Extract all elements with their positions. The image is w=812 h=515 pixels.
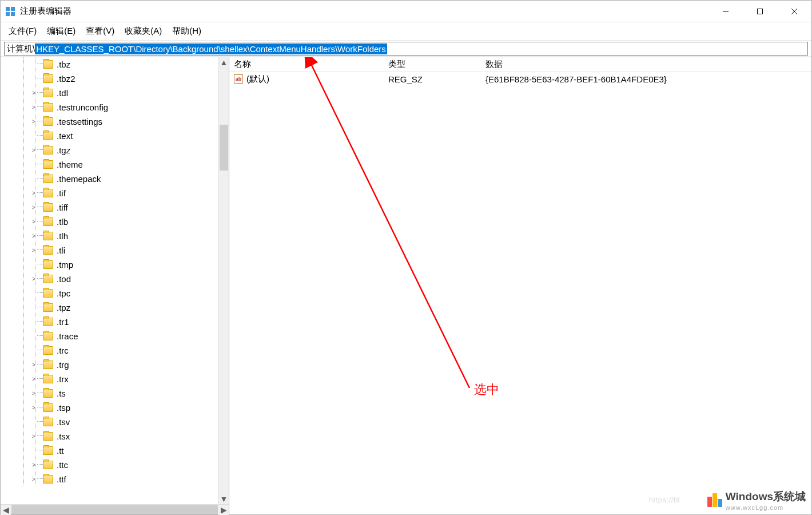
scroll-thumb-vertical[interactable]	[220, 125, 228, 171]
column-header-data[interactable]: 数据	[481, 57, 811, 72]
tree-item-label: .tpc	[57, 288, 70, 298]
tree-item[interactable]: .tbz	[1, 57, 229, 72]
tree-vertical-scrollbar[interactable]: ▲ ▼	[218, 57, 229, 504]
tree-expander-icon[interactable]: >	[30, 376, 37, 382]
tree-expander-icon[interactable]: >	[30, 390, 37, 397]
minimize-button[interactable]	[708, 1, 743, 22]
scroll-right-button[interactable]: ▶	[218, 505, 229, 515]
tree-item-label: .tod	[57, 274, 71, 284]
tree-item[interactable]: >.ttc	[1, 458, 229, 472]
tree-item[interactable]: .trace	[1, 329, 229, 343]
tree-expander-icon[interactable]: >	[30, 233, 37, 239]
tree-item[interactable]: >.trg	[1, 358, 229, 372]
folder-icon	[43, 303, 53, 312]
address-bar[interactable]: 计算机\ HKEY_CLASSES_ROOT\Directory\Backgro…	[4, 42, 808, 56]
tree-item-label: .trc	[57, 346, 69, 355]
tree-item[interactable]: >.tsx	[1, 429, 229, 443]
tree-item[interactable]: .tr1	[1, 315, 229, 329]
tree-item[interactable]: .text	[1, 129, 229, 143]
main-split: .tbz.tbz2>.tdl>.testrunconfig>.testsetti…	[1, 57, 811, 514]
scroll-thumb-horizontal[interactable]	[11, 505, 218, 514]
folder-icon	[43, 289, 53, 298]
value-row[interactable]: ab (默认) REG_SZ {E61BF828-5E63-4287-BEF1-…	[229, 72, 811, 86]
tree-expander-icon[interactable]: >	[30, 462, 37, 468]
tree-item-label: .trace	[57, 331, 78, 341]
tree-expander-icon[interactable]: >	[30, 276, 37, 282]
tree-item[interactable]: .tsv	[1, 415, 229, 429]
tree-item-label: .themepack	[57, 174, 101, 184]
tree-item-label: .tiff	[57, 203, 68, 212]
folder-icon	[43, 389, 53, 398]
tree-expander-icon[interactable]: >	[30, 90, 37, 96]
tree-expander-icon[interactable]: >	[30, 219, 37, 225]
tree-item[interactable]: .tbz2	[1, 72, 229, 86]
column-header-type[interactable]: 类型	[384, 57, 481, 72]
tree-item[interactable]: >.tiff	[1, 200, 229, 215]
address-prefix: 计算机\	[5, 43, 35, 54]
tree-item[interactable]: >.trx	[1, 372, 229, 386]
tree-item-label: .tgz	[57, 145, 70, 155]
tree-expander-icon[interactable]: >	[30, 405, 37, 411]
tree-expander-icon[interactable]: >	[30, 147, 37, 153]
tree-item-label: .tsx	[57, 431, 70, 441]
tree-item[interactable]: >.tdl	[1, 86, 229, 100]
value-type: REG_SZ	[384, 74, 481, 84]
tree-item[interactable]: >.tif	[1, 186, 229, 200]
tree-item[interactable]: >.testsettings	[1, 114, 229, 129]
scroll-left-button[interactable]: ◀	[1, 505, 11, 515]
menu-edit[interactable]: 编辑(E)	[42, 25, 80, 38]
tree-expander-icon[interactable]: >	[30, 433, 37, 439]
tree-item[interactable]: >.ts	[1, 386, 229, 401]
tree-item[interactable]: .tt	[1, 443, 229, 458]
window-title: 注册表编辑器	[20, 6, 71, 17]
tree-expander-icon[interactable]: >	[30, 476, 37, 482]
tree-expander-icon[interactable]: >	[30, 118, 37, 125]
tree-item[interactable]: >.tlb	[1, 215, 229, 229]
folder-icon	[43, 132, 53, 140]
tree-horizontal-scrollbar[interactable]: ◀ ▶	[1, 504, 229, 514]
menu-view[interactable]: 查看(V)	[81, 25, 119, 38]
tree-item[interactable]: .tpz	[1, 300, 229, 315]
menu-help[interactable]: 帮助(H)	[168, 25, 206, 38]
tree-item[interactable]: >.tli	[1, 243, 229, 258]
folder-icon	[43, 375, 53, 383]
tree-item[interactable]: .theme	[1, 157, 229, 172]
tree-expander-icon[interactable]: >	[30, 104, 37, 110]
tree-item-label: .tbz2	[57, 74, 75, 84]
tree-item[interactable]: >.tod	[1, 272, 229, 286]
watermark-brand: Windows系统城	[726, 489, 806, 504]
folder-icon	[43, 146, 53, 154]
menu-favorites[interactable]: 收藏夹(A)	[120, 25, 166, 38]
tree-expander-icon[interactable]: >	[30, 204, 37, 211]
tree-item-label: .tmp	[57, 260, 73, 270]
tree-item[interactable]: .themepack	[1, 172, 229, 186]
tree-item[interactable]: >.ttf	[1, 472, 229, 486]
scroll-down-button[interactable]: ▼	[219, 494, 229, 504]
column-header-name[interactable]: 名称	[229, 57, 384, 72]
tree-expander-icon[interactable]: >	[30, 190, 37, 196]
tree-item[interactable]: .tmp	[1, 258, 229, 272]
tree-item[interactable]: >.tsp	[1, 401, 229, 415]
tree-item-label: .tsp	[57, 403, 70, 413]
tree-item[interactable]: >.testrunconfig	[1, 100, 229, 114]
maximize-button[interactable]	[743, 1, 777, 22]
tree-item-label: .tbz	[57, 60, 70, 69]
tree-expander-icon[interactable]: >	[30, 362, 37, 368]
details-header: 名称 类型 数据	[229, 57, 811, 72]
watermark-url: www.wxcLgg.com	[726, 504, 806, 511]
tree-item[interactable]: >.tgz	[1, 143, 229, 157]
tree-item[interactable]: >.tlh	[1, 229, 229, 243]
tree-expander-icon[interactable]: >	[30, 247, 37, 253]
svg-rect-0	[6, 7, 10, 11]
svg-rect-5	[758, 9, 763, 14]
tree-item[interactable]: .tpc	[1, 286, 229, 300]
menubar: 文件(F) 编辑(E) 查看(V) 收藏夹(A) 帮助(H)	[1, 22, 811, 41]
tree-item-label: .ttc	[57, 460, 68, 470]
tree-item[interactable]: .trc	[1, 343, 229, 358]
svg-rect-1	[11, 7, 15, 11]
scroll-up-button[interactable]: ▲	[219, 57, 229, 68]
folder-icon	[43, 103, 53, 112]
menu-file[interactable]: 文件(F)	[4, 25, 41, 38]
close-button[interactable]	[777, 1, 811, 22]
app-icon	[5, 6, 15, 17]
